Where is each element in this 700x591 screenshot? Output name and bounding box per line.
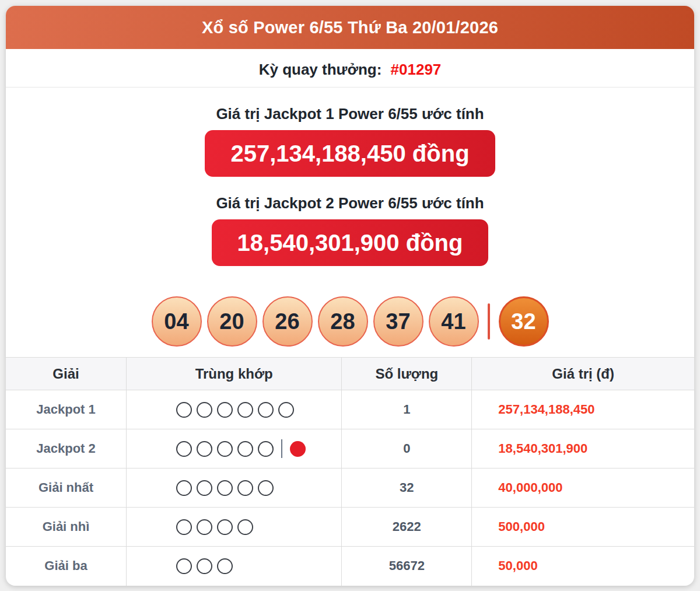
match-ball-icon <box>258 480 274 496</box>
winner-count: 0 <box>342 429 472 468</box>
match-separator <box>281 439 282 458</box>
match-ball-icon <box>258 402 274 418</box>
match-ball-icon <box>237 480 253 496</box>
match-pattern <box>176 402 341 418</box>
jackpot-1-section: Giá trị Jackpot 1 Power 6/55 ước tính 25… <box>6 105 694 177</box>
match-ball-icon <box>237 441 253 457</box>
jackpot-2-heading: Giá trị Jackpot 2 Power 6/55 ước tính <box>6 194 694 212</box>
draw-id: #01297 <box>391 61 442 78</box>
match-ball-icon <box>176 558 192 574</box>
main-number-ball: 20 <box>207 296 257 347</box>
prize-table-row: Giải ba5667250,000 <box>6 547 694 586</box>
jackpot-2-section: Giá trị Jackpot 2 Power 6/55 ước tính 18… <box>6 194 694 266</box>
prize-value: 500,000 <box>472 508 694 547</box>
prize-name: Giải ba <box>6 547 127 586</box>
column-header-value: Giá trị (đ) <box>472 358 694 390</box>
main-number-ball: 26 <box>262 296 313 347</box>
jackpot-1-amount: 257,134,188,450 đồng <box>205 130 495 177</box>
main-number-ball: 37 <box>373 296 424 347</box>
match-pattern-cell <box>127 468 342 508</box>
prize-name: Giải nhì <box>6 508 127 547</box>
match-ball-icon <box>217 558 233 574</box>
match-ball-icon <box>176 441 192 457</box>
prize-name: Jackpot 2 <box>6 429 127 468</box>
match-pattern-cell <box>127 508 342 547</box>
winning-numbers-row: 04202628374132 <box>6 296 694 347</box>
match-ball-icon <box>176 480 192 496</box>
match-ball-icon <box>217 519 233 535</box>
match-ball-icon <box>176 402 192 418</box>
column-header-count: Số lượng <box>342 358 472 390</box>
match-ball-icon <box>197 519 212 535</box>
match-ball-icon <box>197 441 212 457</box>
prize-name: Jackpot 1 <box>6 390 127 429</box>
column-header-match: Trùng khớp <box>127 358 342 390</box>
jackpot-2-amount: 18,540,301,900 đồng <box>212 219 489 266</box>
match-pattern-cell <box>127 547 342 586</box>
column-header-prize: Giải <box>6 358 127 390</box>
winner-count: 32 <box>342 468 472 508</box>
match-ball-icon <box>197 402 212 418</box>
match-pattern <box>176 439 341 458</box>
prize-table-row: Giải nhất3240,000,000 <box>6 468 694 508</box>
draw-label: Kỳ quay thưởng: <box>259 61 382 78</box>
match-ball-icon <box>258 441 274 457</box>
winner-count: 2622 <box>342 508 472 547</box>
special-number-ball: 32 <box>499 296 549 347</box>
result-title-bar: Xổ số Power 6/55 Thứ Ba 20/01/2026 <box>6 6 694 49</box>
match-ball-icon <box>217 441 233 457</box>
main-number-ball: 28 <box>318 296 368 347</box>
prize-name: Giải nhất <box>6 468 127 508</box>
match-pattern-cell <box>127 390 342 429</box>
match-ball-icon <box>237 402 253 418</box>
prize-table-header-row: Giải Trùng khớp Số lượng Giá trị (đ) <box>6 358 694 390</box>
match-ball-icon <box>278 402 294 418</box>
winner-count: 1 <box>342 390 472 429</box>
main-number-ball: 04 <box>152 296 202 347</box>
match-ball-icon <box>197 480 212 496</box>
jackpot-1-amount-wrap: 257,134,188,450 đồng <box>6 123 694 177</box>
page-title: Xổ số Power 6/55 Thứ Ba 20/01/2026 <box>202 18 498 37</box>
match-ball-icon <box>237 519 253 535</box>
prize-value: 257,134,188,450 <box>472 390 694 429</box>
prize-table: Giải Trùng khớp Số lượng Giá trị (đ) Jac… <box>6 357 694 586</box>
match-ball-icon <box>197 558 212 574</box>
lottery-result-card: Xổ số Power 6/55 Thứ Ba 20/01/2026 Kỳ qu… <box>6 6 694 586</box>
match-pattern <box>176 519 341 535</box>
prize-table-row: Jackpot 2018,540,301,900 <box>6 429 694 468</box>
jackpot-1-heading: Giá trị Jackpot 1 Power 6/55 ước tính <box>6 105 694 123</box>
prize-table-row: Jackpot 11257,134,188,450 <box>6 390 694 429</box>
prize-value: 50,000 <box>472 547 694 586</box>
winner-count: 56672 <box>342 547 472 586</box>
draw-info: Kỳ quay thưởng: #01297 <box>6 49 694 88</box>
match-pattern <box>176 558 341 574</box>
prize-value: 40,000,000 <box>472 468 694 508</box>
prize-table-row: Giải nhì2622500,000 <box>6 508 694 547</box>
match-pattern <box>176 480 341 496</box>
match-ball-icon <box>176 519 192 535</box>
match-ball-icon <box>217 402 233 418</box>
special-match-ball-icon <box>290 441 306 457</box>
main-number-ball: 41 <box>429 296 479 347</box>
match-pattern-cell <box>127 429 342 468</box>
numbers-divider <box>488 303 490 340</box>
prize-value: 18,540,301,900 <box>472 429 694 468</box>
jackpot-2-amount-wrap: 18,540,301,900 đồng <box>6 212 694 266</box>
match-ball-icon <box>217 480 233 496</box>
